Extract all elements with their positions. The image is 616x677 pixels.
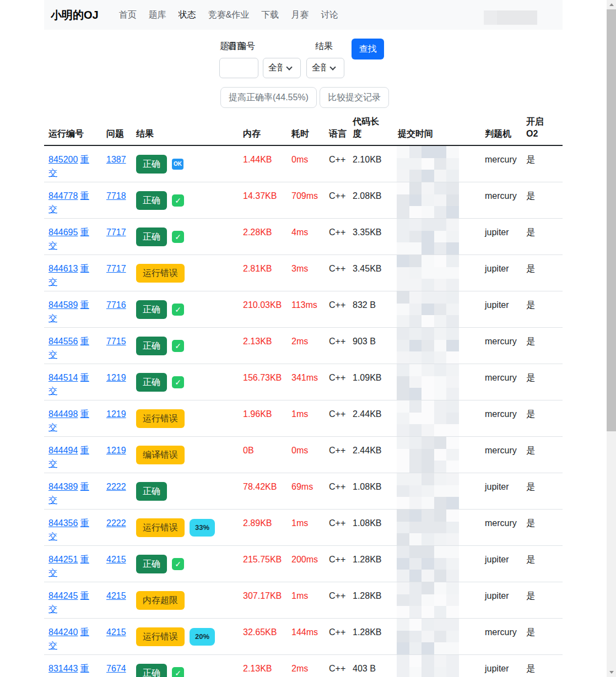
table-row: 845200 重交 1387 正确 OK 1.44KB 0ms C++ 2.10… [44,145,563,182]
problem-link[interactable]: 2222 [106,482,126,491]
problem-link[interactable]: 7674 [106,664,126,673]
memory-value: 2.81KB [239,255,287,291]
nav-item-discuss[interactable]: 讨论 [315,9,344,21]
result-badge: 运行错误 [136,518,185,537]
brand-title[interactable]: 小明的OJ [51,8,99,23]
table-row: 844240 重交 4215 运行错误 20% 32.65KB 144ms C+… [44,619,563,655]
submit-time-redacted [397,364,459,400]
o2-value: 是 [522,255,563,291]
table-row: 844589 重交 7716 正确 ✓ 210.03KB 113ms C++ 8… [44,291,563,328]
result-badge: 正确 [136,228,167,246]
result-badge: 正确 [136,155,167,174]
run-id-link[interactable]: 844556 [48,337,78,346]
code-length-value: 1.08KB [348,510,393,546]
memory-value: 2.89KB [239,510,287,546]
navbar: 小明的OJ 首页 题库 状态 竞赛&作业 下载 月赛 讨论 [44,0,563,30]
problem-id-input[interactable] [219,58,258,78]
problem-link[interactable]: 7717 [106,228,126,237]
run-id-link[interactable]: 844589 [48,300,78,310]
o2-value: 是 [522,510,563,546]
language-value: C++ [325,291,348,328]
time-value: 2ms [287,655,325,677]
header-submit-time: 提交时间 [393,110,480,145]
problem-link[interactable]: 7716 [106,300,126,310]
submit-time-redacted [397,437,459,473]
run-id-link[interactable]: 844514 [48,373,78,382]
result-badge: 运行错误 [136,264,185,283]
scrollbar[interactable] [607,0,616,677]
filter-bar: 题目编号 语言 结果 查找 全部 全部 提高正确率(44.55%) 比较提交记录 [44,30,563,110]
language-value: C++ [325,182,348,219]
language-label: 语言 [228,41,245,52]
o2-value: 是 [522,219,563,255]
run-id-link[interactable]: 844494 [48,446,78,455]
scrollbar-thumb[interactable] [607,9,616,431]
run-id-link[interactable]: 844389 [48,482,78,491]
problem-link[interactable]: 7718 [106,191,126,201]
compare-submissions-button[interactable]: 比较提交记录 [320,87,389,108]
memory-value: 307.17KB [239,582,287,619]
language-value: C++ [325,328,348,364]
submit-time-redacted [397,291,459,327]
run-id-link[interactable]: 844613 [48,264,78,273]
run-id-link[interactable]: 844695 [48,228,78,237]
nav-item-home[interactable]: 首页 [113,9,143,21]
problem-link[interactable]: 4215 [106,591,126,600]
problem-link[interactable]: 4215 [106,627,126,637]
submit-time-redacted [397,473,459,509]
code-length-value: 1.08KB [348,473,393,510]
improve-accuracy-button[interactable]: 提高正确率(44.55%) [220,87,317,108]
run-id-link[interactable]: 844251 [48,555,78,564]
memory-value: 215.75KB [239,546,287,582]
run-id-link[interactable]: 844498 [48,409,78,419]
submit-time-redacted [397,655,459,677]
problem-link[interactable]: 7717 [106,264,126,273]
nav-item-monthly[interactable]: 月赛 [285,9,315,21]
run-id-link[interactable]: 845200 [48,155,78,164]
judger-value: mercury [480,619,522,655]
scroll-up-arrow[interactable] [607,0,616,9]
problem-link[interactable]: 4215 [106,555,126,564]
search-button[interactable]: 查找 [352,39,384,59]
time-value: 0ms [287,145,325,182]
language-select[interactable]: 全部 [263,58,301,78]
language-value: C++ [325,546,348,582]
o2-value: 是 [522,400,563,437]
header-result: 结果 [132,110,239,145]
run-id-link[interactable]: 831443 [48,664,78,673]
o2-value: 是 [522,619,563,655]
header-judger: 判题机 [480,110,522,145]
time-value: 113ms [287,291,325,328]
code-length-value: 1.28KB [348,619,393,655]
problem-link[interactable]: 2222 [106,518,126,528]
result-select[interactable]: 全部 [306,58,344,78]
percent-badge: 33% [190,519,215,537]
nav-item-problems[interactable]: 题库 [143,9,172,21]
check-icon: ✓ [172,304,184,316]
o2-value: 是 [522,437,563,473]
problem-link[interactable]: 1219 [106,409,126,419]
scroll-down-arrow[interactable] [607,668,616,677]
code-length-value: 832 B [348,291,393,328]
problem-link[interactable]: 1219 [106,373,126,382]
nav-item-contests[interactable]: 竞赛&作业 [202,9,256,21]
problem-link[interactable]: 1219 [106,446,126,455]
table-row: 844245 重交 4215 内存超限 307.17KB 1ms C++ 1.2… [44,582,563,619]
run-id-link[interactable]: 844245 [48,591,78,600]
redacted-username[interactable] [484,10,537,25]
submit-time-redacted [397,182,459,218]
result-badge: 正确 [136,337,167,355]
nav-item-download[interactable]: 下载 [255,9,285,21]
result-badge: 正确 [136,300,167,319]
problem-link[interactable]: 1387 [106,155,126,164]
o2-value: 是 [522,182,563,219]
time-value: 200ms [287,546,325,582]
run-id-link[interactable]: 844778 [48,191,78,201]
submit-time-redacted [397,619,459,654]
chevron-down-icon [286,64,292,70]
nav-item-status[interactable]: 状态 [172,9,202,21]
run-id-link[interactable]: 844240 [48,627,78,637]
run-id-link[interactable]: 844356 [48,518,78,528]
problem-link[interactable]: 7715 [106,337,126,346]
table-header-row: 运行编号 问题 结果 内存 耗时 语言 代码长度 提交时间 判题机 开启O2 [44,110,563,145]
